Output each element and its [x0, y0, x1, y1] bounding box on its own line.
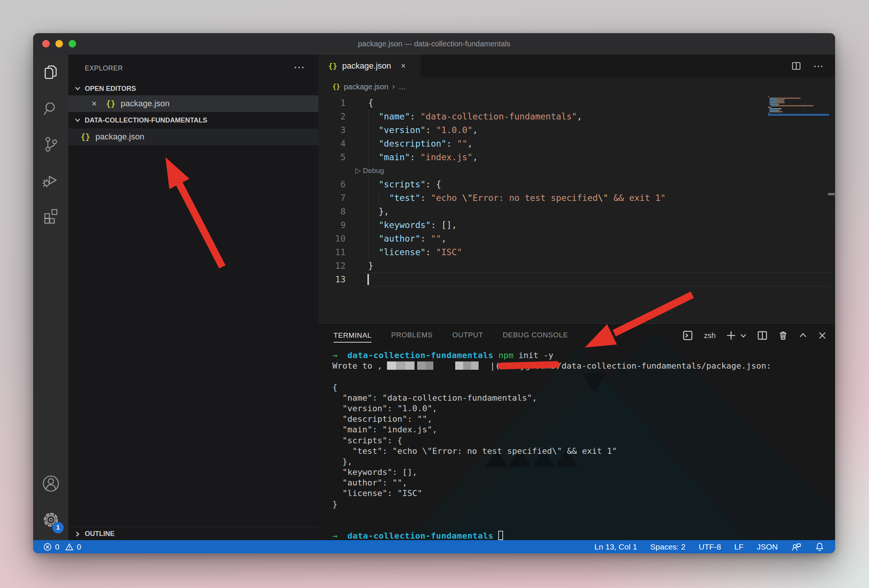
code-token: , [473, 152, 478, 162]
line-number: 11 [318, 245, 346, 259]
terminal-line: → data-collection-fundamentals npm init … [332, 350, 831, 361]
terminal-line: "main": "index.js", [332, 424, 831, 435]
cursor-position[interactable]: Ln 13, Col 1 [594, 542, 637, 551]
error-count[interactable]: 0 [55, 542, 60, 551]
folder-section[interactable]: DATA-COLLECTION-FUNDAMENTALS [68, 112, 318, 129]
feedback-icon[interactable] [791, 542, 802, 552]
encoding[interactable]: UTF-8 [699, 542, 721, 551]
tab-output[interactable]: OUTPUT [452, 331, 483, 340]
terminal-token: "description": "", [332, 414, 432, 424]
sidebar-item-explorer[interactable] [33, 55, 68, 90]
code-token: "keywords" [379, 220, 431, 230]
terminal-token: data-collection-fundamentals [347, 531, 494, 540]
code-line: 10 "author": "", [318, 232, 835, 245]
open-editors-section[interactable]: OPEN EDITORS [68, 82, 318, 95]
close-editor-icon[interactable]: × [92, 98, 97, 109]
terminal-token [337, 351, 347, 360]
chevron-down-icon[interactable] [740, 332, 747, 339]
terminal-line: { [332, 382, 831, 393]
language-mode[interactable]: JSON [757, 542, 778, 551]
redacted-text: IPlayground [500, 361, 557, 371]
kill-terminal-icon[interactable] [778, 330, 788, 341]
code-line: 2 "name": "data-collection-fundamentals"… [318, 110, 835, 123]
terminal-token: /data-collection-fundamentals/package.js… [557, 361, 771, 371]
new-terminal-icon[interactable] [726, 330, 736, 341]
terminal-token: data-collection-fundamentals [347, 351, 494, 360]
split-terminal-icon[interactable] [757, 330, 768, 341]
terminal-cursor [498, 531, 503, 540]
terminal-output[interactable]: → data-collection-fundamentals npm init … [332, 350, 831, 540]
close-tab-icon[interactable]: × [401, 61, 406, 71]
errors-icon[interactable] [43, 542, 52, 551]
line-number: 1 [318, 96, 346, 110]
code-line: 9 "keywords": [], [318, 218, 835, 232]
sidebar-more-icon[interactable]: ⋯ [294, 55, 306, 82]
terminal-line: } [332, 499, 831, 510]
terminal-panel: TERMINAL PROBLEMS OUTPUT DEBUG CONSOLE z… [318, 323, 835, 540]
sidebar-item-extensions[interactable] [33, 198, 68, 234]
close-panel-icon[interactable] [818, 331, 827, 340]
code-token: \" [462, 193, 473, 203]
tab-terminal[interactable]: TERMINAL [334, 328, 372, 343]
terminal-token: "scripts": { [332, 436, 402, 445]
code-token [368, 234, 379, 243]
outline-section[interactable]: OUTLINE [68, 527, 318, 541]
chevron-down-icon [74, 85, 81, 92]
terminal-token: "name": "data-collection-fundamentals", [332, 393, 537, 403]
minimap[interactable] [768, 96, 835, 138]
terminal-line: "description": "", [332, 414, 831, 424]
notifications-bell-icon[interactable] [815, 542, 825, 552]
code-line: 6 "scripts": { [318, 178, 835, 191]
code-token: { [368, 98, 373, 108]
tab-package-json[interactable]: {} package.json × [318, 55, 421, 77]
sidebar-item-run-debug[interactable] [33, 162, 68, 198]
code-token: "license" [379, 247, 426, 257]
terminal-launch-icon[interactable] [682, 330, 693, 341]
code-token: "echo [431, 193, 462, 203]
code-token: "version" [379, 125, 426, 135]
terminal-token: } [332, 499, 337, 509]
codelens-debug[interactable]: ▷ Debug [318, 164, 835, 178]
sidebar-item-search[interactable] [33, 90, 68, 126]
code-editor[interactable]: 1{2 "name": "data-collection-fundamental… [318, 96, 835, 323]
code-token: "ISC" [436, 247, 462, 257]
settings-badge: 1 [52, 522, 64, 533]
tab-problems[interactable]: PROBLEMS [391, 331, 433, 340]
terminal-line: "keywords": [], [332, 467, 831, 478]
code-line: 4 "description": "", [318, 137, 835, 150]
code-line: 5 "main": "index.js", [318, 150, 835, 164]
code-line: 11 "license": "ISC" [318, 245, 835, 259]
code-line: 12} [318, 259, 835, 273]
warning-count[interactable]: 0 [77, 542, 81, 551]
current-line-border [363, 286, 831, 286]
eol-sequence[interactable]: LF [734, 542, 744, 551]
overview-ruler-cursor-marker [828, 193, 835, 195]
chevron-down-icon [74, 117, 81, 124]
sidebar-header: EXPLORER ⋯ [68, 55, 318, 82]
code-token [368, 179, 379, 189]
warnings-icon[interactable] [65, 542, 74, 551]
text-cursor [367, 274, 369, 285]
indentation[interactable]: Spaces: 2 [650, 542, 685, 551]
terminal-line: "scripts": { [332, 435, 831, 446]
file-package-json[interactable]: {} package.json [68, 129, 318, 145]
maximize-panel-icon[interactable] [799, 331, 808, 340]
code-token: , [473, 125, 478, 135]
terminal-line: "test": "echo \"Error: no test specified… [332, 446, 831, 456]
open-editor-package-json[interactable]: × {} package.json [68, 95, 318, 112]
editor-tab-bar: {} package.json × ⋯ [318, 55, 835, 77]
settings-button[interactable]: 1 [33, 502, 68, 538]
shell-name[interactable]: zsh [704, 331, 716, 340]
json-file-icon: {} [328, 61, 337, 70]
editor-more-actions-icon[interactable]: ⋯ [813, 60, 825, 72]
code-line: 7 "test": "echo \"Error: no test specifi… [318, 191, 835, 205]
code-token: : [410, 152, 421, 162]
code-line: 8 }, [318, 205, 835, 218]
sidebar-item-source-control[interactable] [33, 126, 68, 162]
accounts-button[interactable] [33, 466, 68, 502]
code-token: "1.0.0" [436, 125, 473, 135]
terminal-line: "author": "", [332, 478, 831, 488]
tab-debug-console[interactable]: DEBUG CONSOLE [503, 331, 568, 340]
split-editor-icon[interactable] [791, 61, 801, 71]
breadcrumb[interactable]: {} package.json › … [318, 77, 835, 96]
